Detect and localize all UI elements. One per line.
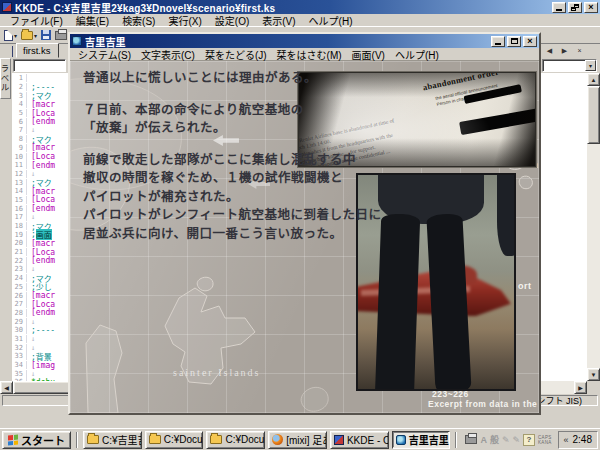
kkde-close-button[interactable]: ×: [584, 2, 598, 13]
scrollbar-corner: [587, 381, 600, 394]
newline-mark-icon: ↓: [31, 318, 35, 326]
kkde-minimize-button[interactable]: [552, 2, 566, 13]
kirikiri-menu-item[interactable]: システム(S): [73, 47, 136, 62]
taskbar-button[interactable]: KKDE - C:¥吉...: [330, 431, 389, 449]
code-text: [macr: [27, 239, 55, 248]
scroll-down-icon[interactable]: ▼: [587, 368, 600, 381]
code-token: [imag: [31, 361, 55, 370]
ime-input-mode[interactable]: A: [480, 435, 487, 445]
line-number: 10: [12, 153, 27, 161]
editor-vertical-scrollbar[interactable]: ▲ ▼: [587, 73, 600, 381]
kkde-menu-item[interactable]: 検索(S): [116, 13, 161, 28]
code-text: [Loca: [27, 195, 55, 204]
taskbar-button[interactable]: 吉里吉里: [392, 431, 451, 449]
desktop: KKDE - C:¥吉里吉里2¥kag3¥Dnovel¥scenario¥fir…: [0, 0, 600, 450]
tray-chevron-icon[interactable]: «: [564, 435, 569, 445]
label-jump-combobox[interactable]: [13, 59, 66, 72]
kkde-menu-item[interactable]: 実行(X): [162, 13, 207, 28]
taskbar: スタート C:¥吉里吉里2...C:¥Document...C:¥Documen…: [0, 428, 600, 450]
start-label: スタート: [21, 432, 65, 448]
line-number: 35: [12, 370, 27, 378]
open-file-button[interactable]: ▾: [20, 28, 38, 43]
kana-indicator: KANA: [538, 440, 551, 445]
scroll-up-icon[interactable]: ▲: [587, 73, 600, 86]
line-number: 1: [12, 74, 27, 82]
game-screen[interactable]: Randrion Island sainter Islands ort 223~…: [70, 61, 539, 413]
kkde-menu-item[interactable]: ファイル(F): [4, 13, 69, 28]
code-token: [Loca: [31, 109, 55, 118]
kkde-menu-item[interactable]: ヘルプ(H): [303, 13, 359, 28]
kkde-restore-button[interactable]: [568, 2, 582, 13]
taskbar-button[interactable]: [mixi] 足あと...: [268, 431, 327, 449]
pane-close-button[interactable]: ×: [573, 45, 586, 56]
line-number: 20: [12, 239, 27, 247]
code-token: [macr: [31, 143, 55, 152]
kirikiri-menu-item[interactable]: 栞をはさむ(M): [272, 47, 347, 62]
taskbar-button[interactable]: C:¥Document...: [145, 431, 204, 449]
vertical-scroll-thumb[interactable]: [587, 86, 600, 144]
new-file-button[interactable]: ▾: [3, 28, 18, 43]
pane-scroll-left-button[interactable]: ◀: [543, 45, 556, 56]
tab-first-ks[interactable]: first.ks: [16, 43, 59, 58]
line-number: 32: [12, 344, 27, 352]
code-token: [macr: [31, 291, 55, 300]
kirikiri-close-button[interactable]: ×: [523, 36, 537, 47]
scroll-right-icon[interactable]: ▶: [574, 381, 587, 394]
pilot-right-leg: [427, 213, 472, 391]
code-text: [Loca: [27, 248, 55, 257]
pilot-left-leg: [375, 213, 421, 391]
code-token: [Loca: [31, 152, 55, 161]
start-button[interactable]: スタート: [2, 431, 71, 449]
labels-tab[interactable]: ラベル: [0, 58, 11, 99]
ime-language-bar[interactable]: A 般 ✎ ✎ ? CAPS KANA: [462, 431, 554, 449]
taskbar-button-label: KKDE - C:¥吉...: [347, 432, 389, 447]
system-tray: « 2:48: [558, 431, 598, 449]
code-text: ↓: [27, 335, 35, 343]
scroll-left-icon[interactable]: ◀: [0, 381, 13, 394]
taskbar-button[interactable]: C:¥吉里吉里2...: [83, 431, 142, 449]
code-token: [endm: [31, 117, 55, 126]
kirikiri-window-controls: ×: [491, 36, 537, 47]
story-line: ７日前、本部の命令により航空基地の: [83, 101, 381, 120]
taskbar-button[interactable]: C:¥Document...: [206, 431, 265, 449]
kirikiri-maximize-button[interactable]: [507, 36, 521, 47]
story-line: 「放棄」が伝えられた。: [83, 119, 381, 138]
line-number: 11: [12, 161, 27, 169]
print-button[interactable]: [54, 28, 68, 43]
save-button[interactable]: [40, 28, 52, 43]
kkde-menu-item[interactable]: 編集(E): [70, 13, 115, 28]
pane-controls: ◀ ▶ ×: [543, 45, 586, 56]
line-number: 12: [12, 170, 27, 178]
kiri-icon: [396, 435, 406, 445]
code-token: [Loca: [31, 300, 55, 309]
ime-pen-icon[interactable]: ✎: [502, 435, 510, 445]
line-number: 3: [12, 92, 27, 100]
ime-pen-icon[interactable]: ✎: [513, 435, 521, 445]
kirikiri-menu-item[interactable]: 画面(V): [347, 47, 390, 62]
line-number: 27: [12, 300, 27, 308]
kirikiri-menu-item[interactable]: ヘルプ(H): [390, 47, 444, 62]
story-line: パイロットが補充された。: [83, 188, 381, 207]
ime-tool-icon[interactable]: [465, 435, 477, 444]
kirikiri-minimize-button[interactable]: [491, 36, 505, 47]
line-number: 5: [12, 109, 27, 117]
function-combobox[interactable]: ▾: [542, 59, 597, 72]
kkde-menu-item[interactable]: 設定(O): [209, 13, 255, 28]
story-line: パイロットがレンフィート航空基地に到着した日に: [83, 206, 381, 225]
story-line: 前線で敗走した部隊がここに集結し混乱する中: [83, 151, 381, 170]
kirikiri-app-icon: [72, 36, 82, 46]
kkde-menu-item[interactable]: 表示(V): [256, 13, 301, 28]
map-label-fragment: ort: [518, 281, 532, 291]
line-number: 23: [12, 265, 27, 273]
ime-conversion-mode[interactable]: 般: [490, 433, 499, 446]
code-token: [endm: [31, 204, 55, 213]
kkde-menubar: ファイル(F)編集(E)検索(S)実行(X)設定(O)表示(V)ヘルプ(H): [0, 14, 600, 27]
folder-icon: [149, 435, 161, 444]
clock[interactable]: 2:48: [573, 434, 592, 445]
ime-help-button[interactable]: ?: [523, 434, 535, 446]
pane-scroll-right-button[interactable]: ▶: [558, 45, 571, 56]
kirikiri-menu-item[interactable]: 文字表示(C): [136, 47, 200, 62]
kirikiri-menu-item[interactable]: 栞をたどる(J): [200, 47, 272, 62]
folder-icon: [210, 435, 222, 444]
code-token: [Loca: [31, 195, 55, 204]
